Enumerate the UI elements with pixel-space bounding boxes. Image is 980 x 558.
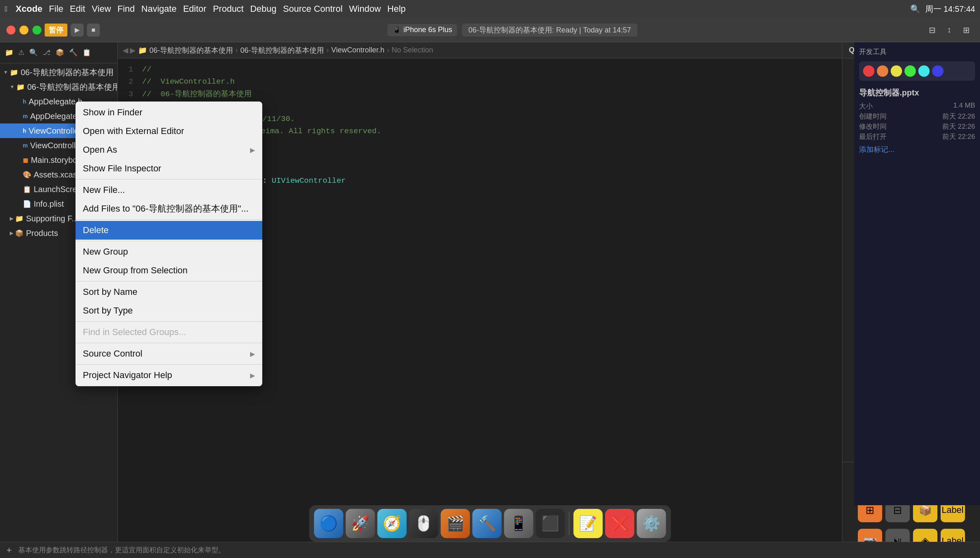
file-time2-row: 修改时间 前天 22:26 (859, 122, 975, 131)
menu-find[interactable]: Find (117, 4, 135, 14)
minimize-button[interactable] (19, 26, 28, 35)
tree-label-products: Products (26, 229, 58, 238)
menu-edit[interactable]: Edit (70, 4, 85, 14)
nav-prev[interactable]: ◀ (123, 46, 128, 55)
cm-sort-type-label: Sort by Type (83, 305, 133, 316)
add-tag-link[interactable]: 添加标记... (859, 145, 975, 154)
cm-delete[interactable]: Delete (76, 221, 262, 240)
dock-mouse[interactable]: 🖱️ (409, 509, 438, 538)
apple-icon[interactable]:  (5, 5, 8, 13)
spacer: ▼ (16, 128, 21, 134)
stop-button[interactable]: ■ (87, 24, 100, 37)
tree-label-group: 06-导航控制器的基本使用 (27, 82, 117, 93)
color-green[interactable] (904, 65, 916, 77)
tree-item-root[interactable]: ▼ 📁 06-导航控制器的基本使用 (0, 65, 117, 80)
status-text: 基本使用参数跳转路径控制器，更适宜用面积自定义初始化来举型。 (18, 545, 225, 555)
navigator-debug-icon[interactable]: 🔨 (67, 47, 79, 58)
storyboard-icon: ◼ (23, 156, 28, 164)
device-name: iPhone 6s Plus (404, 26, 452, 34)
menu-navigate[interactable]: Navigate (141, 4, 177, 14)
toggle-inspector[interactable]: ⊞ (959, 23, 974, 37)
dock-simulator[interactable]: 📱 (504, 509, 533, 538)
build-status: 06-导航控制器的基本使用: Ready | Today at 14:57 (462, 24, 638, 37)
menu-xcode[interactable]: Xcode (16, 4, 43, 14)
cm-project-navigator-help[interactable]: Project Navigator Help ▶ (76, 366, 262, 385)
code-line-3: // 06-导航控制器的基本使用 (142, 88, 842, 100)
cm-source-control[interactable]: Source Control ▶ (76, 344, 262, 363)
dock-xcode[interactable]: 🔨 (473, 509, 502, 538)
color-red[interactable] (863, 65, 874, 77)
path-selection: No Selection (392, 46, 433, 54)
m-file-icon-2: m (23, 142, 28, 149)
navigator-search-icon[interactable]: 🔍 (28, 47, 39, 58)
clock: 周一 14:57:44 (925, 4, 975, 15)
navigator-issues-icon[interactable]: 📦 (54, 47, 66, 58)
menu-window[interactable]: Window (349, 4, 381, 14)
color-yellow[interactable] (891, 65, 902, 77)
cm-new-group[interactable]: New Group (76, 242, 262, 261)
path-group[interactable]: 06-导航控制器的基本使用 (240, 45, 324, 55)
dock-safari[interactable]: 🧭 (378, 509, 407, 538)
cm-project-navigator-help-label: Project Navigator Help (83, 370, 172, 381)
cm-add-files-label: Add Files to "06-导航控制器的基本使用"... (83, 203, 248, 215)
file-time1-row: 创建时间 前天 22:26 (859, 112, 975, 121)
cm-sort-type[interactable]: Sort by Type (76, 301, 262, 320)
dock-app[interactable]: ❌ (605, 509, 635, 538)
color-blue[interactable] (932, 65, 943, 77)
tree-item-group[interactable]: ▼ 📁 06-导航控制器的基本使用 (0, 80, 117, 94)
cm-find-groups: Find in Selected Groups... (76, 323, 262, 342)
cm-new-group-selection[interactable]: New Group from Selection (76, 261, 262, 280)
run-button[interactable]: ▶ (71, 24, 84, 37)
path-project[interactable]: 06-导航控制器的基本使用 (149, 45, 233, 55)
device-selector[interactable]: 📱 iPhone 6s Plus (387, 24, 457, 36)
h-file-icon-2: h (23, 128, 26, 134)
dock-notes[interactable]: 📝 (574, 509, 603, 538)
close-button[interactable] (6, 26, 15, 35)
color-cyan[interactable] (918, 65, 930, 77)
dock-settings[interactable]: ⚙️ (637, 509, 666, 538)
dock-finder[interactable]: 🔵 (314, 509, 343, 538)
path-file[interactable]: ViewController.h (331, 46, 384, 54)
menu-source-control[interactable]: Source Control (283, 4, 343, 14)
dock-terminal[interactable]: ⬛ (536, 509, 565, 538)
cm-new-file[interactable]: New File... (76, 181, 262, 199)
navigator-warning-icon[interactable]: ⚠ (17, 47, 26, 58)
cm-show-in-finder[interactable]: Show in Finder (76, 103, 262, 122)
menu-help[interactable]: Help (387, 4, 406, 14)
toggle-debug[interactable]: ↕ (942, 23, 956, 37)
status-bar-bottom: + 基本使用参数跳转路径控制器，更适宜用面积自定义初始化来举型。 (0, 542, 980, 558)
menu-product[interactable]: Product (213, 4, 244, 14)
cm-open-external[interactable]: Open with External Editor (76, 122, 262, 141)
add-item-button[interactable]: + (6, 545, 12, 556)
cm-sort-name-label: Sort by Name (83, 287, 138, 297)
cm-open-as[interactable]: Open As ▶ (76, 141, 262, 159)
cm-source-control-arrow: ▶ (250, 350, 255, 358)
file-name: 导航控制器.pptx (859, 87, 975, 98)
file-info: 大小 1.4 MB 创建时间 前天 22:26 修改时间 前天 22:26 最后… (859, 102, 975, 141)
fullscreen-button[interactable] (32, 26, 41, 35)
navigator-breakpoints-icon[interactable]: 📋 (81, 47, 93, 58)
color-orange[interactable] (877, 65, 888, 77)
toggle-navigator[interactable]: ⊟ (925, 23, 939, 37)
menu-file[interactable]: File (49, 4, 63, 14)
dock-launchpad[interactable]: 🚀 (346, 509, 375, 538)
cm-add-files[interactable]: Add Files to "06-导航控制器的基本使用"... (76, 199, 262, 218)
nav-next[interactable]: ▶ (130, 46, 136, 55)
assets-icon: 🎨 (23, 171, 31, 179)
menubar:  Xcode File Edit View Find Navigate Edi… (0, 0, 980, 18)
menu-debug[interactable]: Debug (250, 4, 276, 14)
menu-view[interactable]: View (92, 4, 111, 14)
tree-arrow-supporting: ▶ (10, 216, 13, 221)
cm-project-navigator-help-arrow: ▶ (250, 372, 255, 379)
menu-editor[interactable]: Editor (183, 4, 206, 14)
cm-sep-7 (76, 364, 262, 365)
sidebar-header: 📁 ⚠ 🔍 ⎇ 📦 🔨 📋 (0, 42, 117, 63)
navigator-folder-icon[interactable]: 📁 (3, 47, 15, 58)
dock-video[interactable]: 🎬 (441, 509, 470, 538)
search-icon[interactable]: 🔍 (910, 4, 920, 14)
navigator-scm-icon[interactable]: ⎇ (41, 47, 52, 58)
cm-sort-name[interactable]: Sort by Name (76, 283, 262, 301)
tree-label-supporting: Supporting F... (26, 214, 78, 223)
tree-label-root: 06-导航控制器的基本使用 (21, 67, 114, 78)
cm-show-file-inspector[interactable]: Show File Inspector (76, 159, 262, 178)
